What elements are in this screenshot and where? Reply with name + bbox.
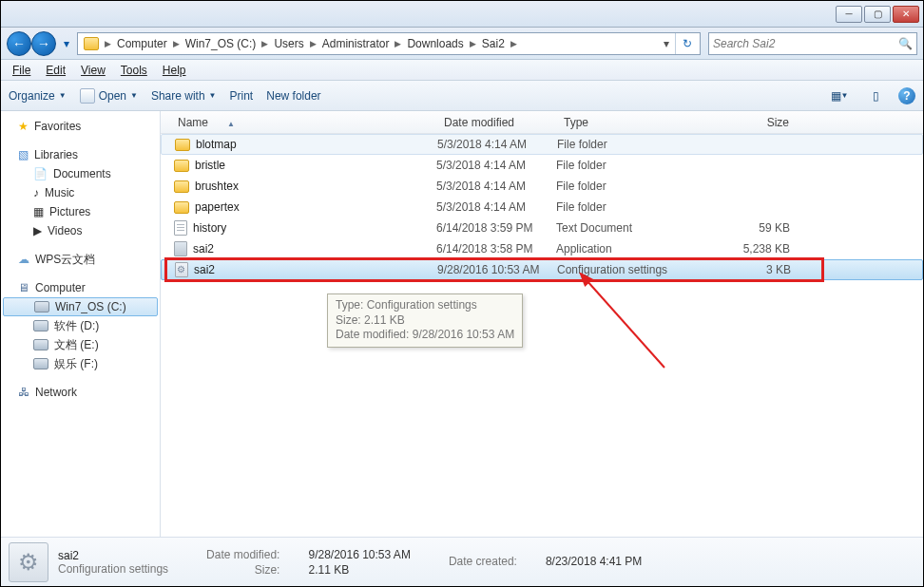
chevron-right-icon[interactable]: ▶ xyxy=(509,39,519,48)
new-folder-button[interactable]: New folder xyxy=(266,89,320,103)
menu-file[interactable]: File xyxy=(5,62,38,79)
nav-drive-c[interactable]: Win7_OS (C:) xyxy=(3,297,158,316)
file-row[interactable]: sai26/14/2018 3:58 PMApplication5,238 KB xyxy=(161,238,923,259)
nav-drive-e[interactable]: 文档 (E:) xyxy=(1,335,160,354)
organize-button[interactable]: Organize ▼ xyxy=(9,89,67,103)
print-button[interactable]: Print xyxy=(230,89,254,103)
file-row[interactable]: brushtex5/3/2018 4:14 AMFile folder xyxy=(161,176,923,197)
music-icon: ♪ xyxy=(33,186,39,199)
tooltip: Type: Configuration settings Size: 2.11 … xyxy=(327,294,523,348)
file-name: sai2 xyxy=(194,263,215,276)
folder-icon xyxy=(175,139,190,151)
breadcrumb-downloads[interactable]: Downloads xyxy=(403,33,467,54)
file-type: File folder xyxy=(557,138,722,151)
nav-pictures[interactable]: ▦Pictures xyxy=(1,202,160,221)
open-icon xyxy=(80,88,95,104)
col-date[interactable]: Date modified xyxy=(436,116,556,129)
minimize-button[interactable]: ─ xyxy=(836,6,862,23)
search-icon[interactable]: 🔍 xyxy=(898,37,913,50)
toolbar: Organize ▼ Open ▼ Share with ▼ Print New… xyxy=(1,81,923,111)
details-modified-value: 9/28/2016 10:53 AM xyxy=(308,548,410,561)
videos-icon: ▶ xyxy=(33,224,42,237)
details-size-value: 2.11 KB xyxy=(308,563,410,577)
file-name: papertex xyxy=(195,200,240,214)
details-created-label: Date created: xyxy=(449,555,517,568)
column-headers: Name▲ Date modified Type Size xyxy=(161,111,923,134)
breadcrumb-users[interactable]: Users xyxy=(270,33,307,54)
address-bar[interactable]: ▶ Computer ▶ Win7_OS (C:) ▶ Users ▶ Admi… xyxy=(77,32,701,55)
col-size[interactable]: Size xyxy=(722,116,798,129)
menu-view[interactable]: View xyxy=(73,62,113,79)
chevron-right-icon[interactable]: ▶ xyxy=(171,39,182,48)
file-row[interactable]: blotmap5/3/2018 4:14 AMFile folder xyxy=(161,134,923,155)
open-button[interactable]: Open ▼ xyxy=(80,88,138,104)
nav-libraries[interactable]: ▧Libraries xyxy=(1,145,160,164)
file-icon xyxy=(174,220,187,236)
file-date: 5/3/2018 4:14 AM xyxy=(436,200,556,214)
breadcrumb-drive[interactable]: Win7_OS (C:) xyxy=(182,33,260,54)
file-row[interactable]: papertex5/3/2018 4:14 AMFile folder xyxy=(161,197,923,218)
nav-history-dropdown[interactable]: ▾ xyxy=(60,31,73,56)
search-input[interactable] xyxy=(713,37,898,50)
star-icon: ★ xyxy=(18,120,29,133)
file-type: Application xyxy=(556,242,722,256)
breadcrumb-admin[interactable]: Administrator xyxy=(318,33,394,54)
preview-pane-button[interactable]: ▯ xyxy=(862,85,889,106)
folder-icon xyxy=(174,180,189,193)
folder-icon xyxy=(84,37,99,50)
file-date: 5/3/2018 4:14 AM xyxy=(437,138,557,151)
nav-drive-d[interactable]: 软件 (D:) xyxy=(1,316,160,335)
nav-favorites[interactable]: ★Favorites xyxy=(1,117,160,136)
file-name: brushtex xyxy=(195,180,239,193)
file-row[interactable]: bristle5/3/2018 4:14 AMFile folder xyxy=(161,155,923,176)
file-date: 5/3/2018 4:14 AM xyxy=(436,180,556,193)
library-icon: ▧ xyxy=(18,148,29,161)
view-options-button[interactable]: ▦ ▼ xyxy=(826,85,853,106)
search-box[interactable]: 🔍 xyxy=(708,32,917,55)
nav-wps[interactable]: ☁WPS云文档 xyxy=(1,250,160,269)
file-date: 5/3/2018 4:14 AM xyxy=(436,159,556,172)
menu-edit[interactable]: Edit xyxy=(38,62,73,79)
share-button[interactable]: Share with ▼ xyxy=(151,89,217,103)
file-row[interactable]: history6/14/2018 3:59 PMText Document59 … xyxy=(161,218,923,238)
chevron-right-icon[interactable]: ▶ xyxy=(308,39,318,48)
nav-back-button[interactable]: ← xyxy=(7,31,31,56)
refresh-button[interactable]: ↻ xyxy=(675,33,698,54)
computer-icon: 🖥 xyxy=(18,281,29,294)
folder-icon xyxy=(174,201,189,214)
nav-videos[interactable]: ▶Videos xyxy=(1,221,160,240)
file-size: 59 KB xyxy=(722,221,798,235)
network-icon: 🖧 xyxy=(18,386,29,399)
breadcrumb-computer[interactable]: Computer xyxy=(113,33,171,54)
file-name: sai2 xyxy=(193,242,214,256)
chevron-right-icon[interactable]: ▶ xyxy=(260,39,270,48)
nav-music[interactable]: ♪Music xyxy=(1,183,160,202)
chevron-right-icon[interactable]: ▶ xyxy=(393,39,403,48)
file-type: Configuration settings xyxy=(557,263,722,276)
file-name: bristle xyxy=(195,159,225,172)
file-type-icon: ⚙ xyxy=(9,542,48,582)
help-icon[interactable]: ? xyxy=(898,87,915,104)
chevron-right-icon[interactable]: ▶ xyxy=(468,39,478,48)
maximize-button[interactable]: ▢ xyxy=(864,6,891,23)
nav-documents[interactable]: 📄Documents xyxy=(1,164,160,183)
address-dropdown[interactable]: ▾ xyxy=(658,37,675,50)
breadcrumb-sai2[interactable]: Sai2 xyxy=(478,33,509,54)
menu-tools[interactable]: Tools xyxy=(113,62,155,79)
file-type: File folder xyxy=(556,159,722,172)
col-name[interactable]: Name▲ xyxy=(161,116,436,129)
close-button[interactable]: ✕ xyxy=(893,6,919,23)
menu-help[interactable]: Help xyxy=(155,62,194,79)
col-type[interactable]: Type xyxy=(556,116,722,129)
details-modified-label: Date modified: xyxy=(206,548,279,561)
nav-network[interactable]: 🖧Network xyxy=(1,383,160,402)
nav-computer[interactable]: 🖥Computer xyxy=(1,278,160,297)
file-type: File folder xyxy=(556,200,722,214)
navbar: ← → ▾ ▶ Computer ▶ Win7_OS (C:) ▶ Users … xyxy=(1,28,923,60)
file-row[interactable]: sai29/28/2016 10:53 AMConfiguration sett… xyxy=(161,259,923,280)
nav-drive-f[interactable]: 娱乐 (F:) xyxy=(1,354,160,373)
drive-icon xyxy=(34,301,49,312)
nav-forward-button[interactable]: → xyxy=(31,31,56,56)
file-list-pane: Name▲ Date modified Type Size blotmap5/3… xyxy=(161,111,923,537)
chevron-right-icon[interactable]: ▶ xyxy=(103,39,113,48)
